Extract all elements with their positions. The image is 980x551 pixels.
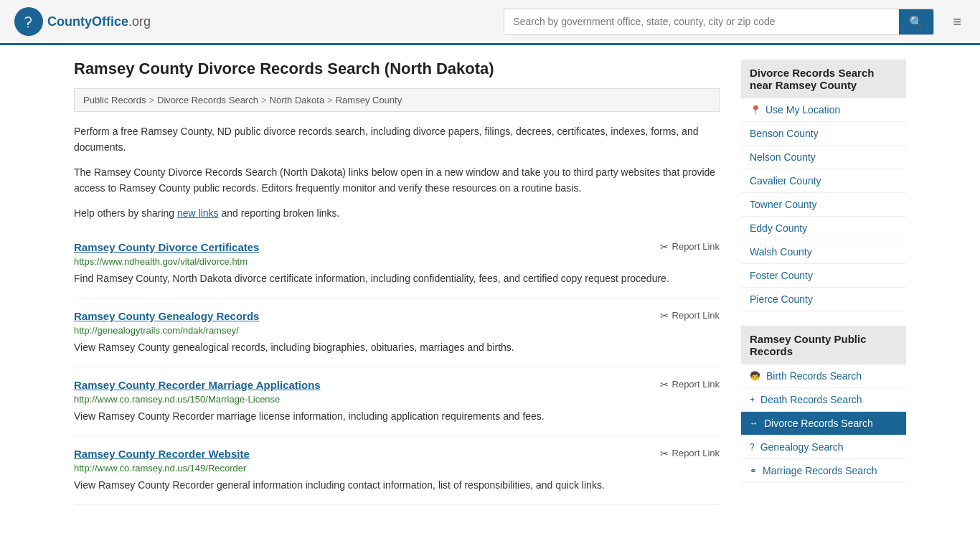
public-records-link[interactable]: 🧒 Birth Records Search — [741, 364, 906, 387]
logo-link[interactable]: CountyOffice.org — [14, 7, 151, 36]
public-records-item[interactable]: ? Genealogy Search — [741, 435, 906, 459]
search-input[interactable] — [504, 9, 899, 34]
nearby-county-link[interactable]: Cavalier County — [741, 169, 906, 192]
main-container: Ramsey County Divorce Records Search (No… — [60, 45, 920, 519]
nearby-county-link[interactable]: Pierce County — [741, 288, 906, 311]
logo-text: CountyOffice.org — [47, 14, 151, 29]
scissors-icon: ✂ — [660, 310, 669, 321]
report-link-label: Report Link — [672, 241, 720, 252]
nearby-county-link[interactable]: Foster County — [741, 264, 906, 287]
result-title[interactable]: Ramsey County Recorder Website — [74, 448, 250, 460]
sidebar: Divorce Records Search near Ramsey Count… — [741, 60, 906, 505]
site-header: CountyOffice.org 🔍 ≡ — [0, 0, 980, 45]
public-records-item[interactable]: + Death Records Search — [741, 388, 906, 412]
svg-point-1 — [27, 27, 29, 28]
record-type-icon: ⚭ — [750, 466, 757, 476]
breadcrumb-sep-1: > — [149, 95, 154, 105]
breadcrumb: Public Records > Divorce Records Search … — [74, 88, 720, 112]
result-header: Ramsey County Genealogy Records ✂ Report… — [74, 310, 720, 322]
public-records-link[interactable]: ↔ Divorce Records Search — [741, 412, 906, 435]
result-item: Ramsey County Genealogy Records ✂ Report… — [74, 298, 720, 367]
result-title[interactable]: Ramsey County Recorder Marriage Applicat… — [74, 379, 321, 391]
main-content: Ramsey County Divorce Records Search (No… — [74, 60, 720, 505]
record-type-icon: ↔ — [750, 418, 758, 428]
search-bar: 🔍 — [504, 9, 934, 35]
nearby-counties-list: Benson CountyNelson CountyCavalier Count… — [741, 122, 906, 311]
result-title[interactable]: Ramsey County Genealogy Records — [74, 310, 259, 322]
public-records-link[interactable]: ? Genealogy Search — [741, 435, 906, 458]
new-links-link[interactable]: new links — [177, 207, 219, 219]
record-type-label: Birth Records Search — [766, 370, 862, 382]
nearby-county-item[interactable]: Benson County — [741, 122, 906, 146]
public-records-link[interactable]: ⚭ Marriage Records Search — [741, 459, 906, 482]
nearby-county-item[interactable]: Pierce County — [741, 288, 906, 311]
report-link-label: Report Link — [672, 379, 720, 390]
result-url: http://www.co.ramsey.nd.us/150/Marriage-… — [74, 394, 720, 405]
result-item: Ramsey County Recorder Website ✂ Report … — [74, 436, 720, 505]
nearby-county-item[interactable]: Towner County — [741, 193, 906, 217]
sidebar-public-records-heading: Ramsey County Public Records — [741, 326, 906, 364]
record-type-icon: ? — [750, 442, 755, 452]
nearby-county-link[interactable]: Eddy County — [741, 217, 906, 240]
public-records-link[interactable]: + Death Records Search — [741, 388, 906, 411]
breadcrumb-divorce-records[interactable]: Divorce Records Search — [157, 95, 258, 105]
nearby-county-item[interactable]: Walsh County — [741, 240, 906, 264]
public-records-item[interactable]: 🧒 Birth Records Search — [741, 364, 906, 388]
sidebar-nearby-section: Divorce Records Search near Ramsey Count… — [741, 60, 906, 311]
menu-button[interactable]: ≡ — [948, 9, 966, 34]
scissors-icon: ✂ — [660, 241, 669, 253]
result-url: https://www.ndhealth.gov/vital/divorce.h… — [74, 256, 720, 267]
report-link-btn[interactable]: ✂ Report Link — [660, 379, 720, 390]
sidebar-nearby-heading: Divorce Records Search near Ramsey Count… — [741, 60, 906, 98]
logo-icon — [14, 7, 43, 36]
nearby-county-item[interactable]: Eddy County — [741, 217, 906, 240]
result-desc: View Ramsey County Recorder marriage lic… — [74, 409, 720, 424]
result-header: Ramsey County Divorce Certificates ✂ Rep… — [74, 241, 720, 253]
record-type-icon: 🧒 — [750, 371, 760, 381]
desc-para2: The Ramsey County Divorce Records Search… — [74, 164, 720, 197]
result-item: Ramsey County Recorder Marriage Applicat… — [74, 367, 720, 436]
svg-point-0 — [22, 14, 36, 29]
nearby-county-item[interactable]: Nelson County — [741, 146, 906, 169]
result-title[interactable]: Ramsey County Divorce Certificates — [74, 241, 259, 253]
nearby-county-link[interactable]: Benson County — [741, 122, 906, 145]
result-url: http://genealogytrails.com/ndak/ramsey/ — [74, 325, 720, 336]
nearby-county-link[interactable]: Nelson County — [741, 146, 906, 169]
breadcrumb-sep-3: > — [327, 95, 333, 105]
use-my-location[interactable]: 📍 Use My Location — [741, 98, 906, 122]
result-header: Ramsey County Recorder Marriage Applicat… — [74, 379, 720, 391]
public-records-item[interactable]: ↔ Divorce Records Search — [741, 412, 906, 435]
report-link-label: Report Link — [672, 448, 720, 458]
public-records-list: 🧒 Birth Records Search + Death Records S… — [741, 364, 906, 483]
report-link-btn[interactable]: ✂ Report Link — [660, 310, 720, 321]
record-type-label: Genealogy Search — [760, 441, 844, 453]
record-type-label: Divorce Records Search — [764, 418, 873, 429]
location-pin-icon: 📍 — [750, 105, 761, 116]
result-item: Ramsey County Divorce Certificates ✂ Rep… — [74, 230, 720, 298]
result-desc: Find Ramsey County, North Dakota divorce… — [74, 271, 720, 286]
scissors-icon: ✂ — [660, 379, 669, 390]
result-desc: View Ramsey County Recorder general info… — [74, 478, 720, 493]
breadcrumb-public-records[interactable]: Public Records — [83, 95, 146, 105]
desc-para3: Help others by sharing new links and rep… — [74, 205, 720, 221]
breadcrumb-ramsey-county[interactable]: Ramsey County — [336, 95, 402, 105]
report-link-btn[interactable]: ✂ Report Link — [660, 448, 720, 459]
scissors-icon: ✂ — [660, 448, 669, 459]
results-list: Ramsey County Divorce Certificates ✂ Rep… — [74, 230, 720, 505]
search-button[interactable]: 🔍 — [899, 9, 933, 34]
record-type-label: Death Records Search — [760, 394, 862, 405]
page-title: Ramsey County Divorce Records Search (No… — [74, 60, 720, 78]
nearby-county-item[interactable]: Foster County — [741, 264, 906, 288]
breadcrumb-sep-2: > — [261, 95, 267, 105]
report-link-label: Report Link — [672, 310, 720, 321]
record-type-icon: + — [750, 395, 755, 405]
nearby-county-item[interactable]: Cavalier County — [741, 169, 906, 193]
nearby-county-link[interactable]: Towner County — [741, 193, 906, 216]
nearby-county-link[interactable]: Walsh County — [741, 240, 906, 263]
public-records-item[interactable]: ⚭ Marriage Records Search — [741, 459, 906, 483]
breadcrumb-north-dakota[interactable]: North Dakota — [270, 95, 325, 105]
report-link-btn[interactable]: ✂ Report Link — [660, 241, 720, 253]
result-desc: View Ramsey County genealogical records,… — [74, 340, 720, 355]
desc-para1: Perform a free Ramsey County, ND public … — [74, 123, 720, 156]
record-type-label: Marriage Records Search — [763, 465, 877, 476]
